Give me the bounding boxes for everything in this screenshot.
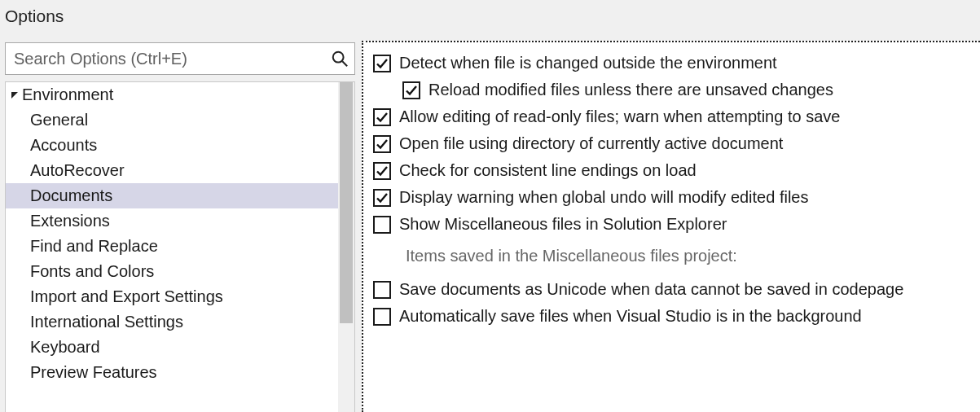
- tree-item-label: Documents: [30, 186, 112, 204]
- tree-item-international-settings[interactable]: International Settings: [6, 309, 338, 335]
- checkbox[interactable]: [373, 216, 391, 234]
- main-area: Environment GeneralAccountsAutoRecoverDo…: [0, 41, 980, 412]
- tree-item-preview-features[interactable]: Preview Features: [6, 360, 338, 385]
- left-column: Environment GeneralAccountsAutoRecoverDo…: [0, 41, 362, 412]
- checkbox[interactable]: [373, 135, 391, 153]
- tree-scrollbar[interactable]: [338, 82, 354, 412]
- option-label: Allow editing of read-only files; warn w…: [399, 107, 840, 126]
- tree-item-accounts[interactable]: Accounts: [6, 133, 338, 158]
- checkbox[interactable]: [373, 108, 391, 126]
- checkbox[interactable]: [373, 308, 391, 326]
- tree-item-label: International Settings: [30, 313, 183, 331]
- misc-section-label: Items saved in the Miscellaneous files p…: [406, 247, 973, 265]
- tree-item-label: General: [30, 111, 88, 129]
- option-label: Check for consistent line endings on loa…: [399, 161, 697, 180]
- checkbox[interactable]: [402, 81, 420, 99]
- tree-item-label: Find and Replace: [30, 237, 158, 255]
- collapse-icon: [9, 90, 20, 101]
- search-input[interactable]: [5, 42, 355, 75]
- option-label: Open file using directory of currently a…: [399, 134, 783, 153]
- option-label: Save documents as Unicode when data cann…: [399, 280, 903, 299]
- search-wrapper: [5, 42, 355, 75]
- options-panel: Detect when file is changed outside the …: [362, 41, 980, 412]
- option-row: Reload modified files unless there are u…: [402, 81, 973, 99]
- option-label: Automatically save files when Visual Stu…: [399, 307, 862, 326]
- checkbox[interactable]: [373, 55, 391, 72]
- tree-item-label: Accounts: [30, 136, 97, 154]
- option-label: Reload modified files unless there are u…: [428, 81, 833, 99]
- dialog-header: Options: [0, 0, 980, 41]
- scrollbar-thumb[interactable]: [340, 82, 353, 323]
- tree-item-label: AutoRecover: [30, 161, 125, 179]
- tree-item-autorecover[interactable]: AutoRecover: [6, 158, 338, 183]
- option-row: Detect when file is changed outside the …: [373, 54, 973, 72]
- option-row: Automatically save files when Visual Stu…: [373, 307, 973, 326]
- option-label: Display warning when global undo will mo…: [399, 188, 809, 207]
- tree-item-label: Preview Features: [30, 363, 157, 381]
- tree-item-general[interactable]: General: [6, 107, 338, 133]
- dialog-title: Options: [5, 7, 973, 26]
- tree-item-label: Extensions: [30, 212, 110, 230]
- option-label: Detect when file is changed outside the …: [399, 54, 777, 72]
- tree-item-label: Import and Export Settings: [30, 287, 223, 305]
- option-row: Show Miscellaneous files in Solution Exp…: [373, 215, 973, 234]
- tree-group-environment[interactable]: Environment: [6, 82, 338, 107]
- tree-item-documents[interactable]: Documents: [6, 183, 338, 208]
- checkbox[interactable]: [373, 281, 391, 299]
- option-row: Save documents as Unicode when data cann…: [373, 280, 973, 299]
- tree-group-label: Environment: [22, 85, 113, 104]
- option-row: Open file using directory of currently a…: [373, 134, 973, 153]
- option-label: Show Miscellaneous files in Solution Exp…: [399, 215, 727, 234]
- option-row: Allow editing of read-only files; warn w…: [373, 107, 973, 126]
- option-row: Display warning when global undo will mo…: [373, 188, 973, 207]
- tree-item-extensions[interactable]: Extensions: [6, 208, 338, 234]
- checkbox[interactable]: [373, 189, 391, 207]
- tree-item-label: Fonts and Colors: [30, 262, 154, 280]
- tree-item-find-and-replace[interactable]: Find and Replace: [6, 234, 338, 259]
- tree-item-fonts-and-colors[interactable]: Fonts and Colors: [6, 259, 338, 284]
- tree-item-import-and-export-settings[interactable]: Import and Export Settings: [6, 284, 338, 309]
- tree-item-keyboard[interactable]: Keyboard: [6, 335, 338, 360]
- option-row: Check for consistent line endings on loa…: [373, 161, 973, 180]
- tree-item-label: Keyboard: [30, 338, 100, 356]
- tree-container: Environment GeneralAccountsAutoRecoverDo…: [5, 81, 355, 412]
- options-tree: Environment GeneralAccountsAutoRecoverDo…: [6, 82, 338, 412]
- checkbox[interactable]: [373, 162, 391, 180]
